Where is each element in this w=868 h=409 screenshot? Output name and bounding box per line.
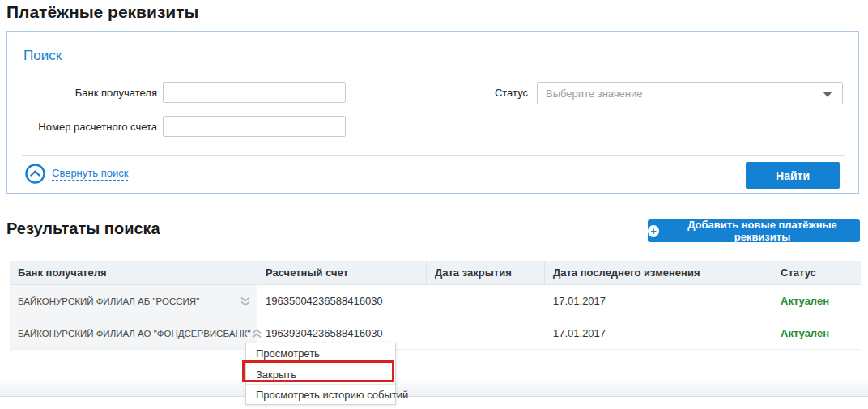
status-select-placeholder: Выберите значение [546,87,642,100]
change-date-cell: 17.01.2017 [545,317,772,349]
menu-item-close[interactable]: Закрыть [246,364,395,384]
close-date-cell [427,285,545,317]
close-date-cell [427,317,545,349]
results-table: Банк получателя Расчетный счет Дата закр… [10,261,861,350]
account-number-input[interactable] [163,116,346,137]
bank-field-label: Банк получателя [7,87,157,99]
table-footer-strip [0,377,868,397]
header-change-date: Дата последнего изменения [545,261,772,284]
table-header-row: Банк получателя Расчетный счет Дата закр… [10,261,861,285]
results-title: Результаты поиска [6,219,160,238]
bank-name: БАЙКОНУРСКИЙ ФИЛИАЛ АО "ФОНДСЕРВИСБАНК" [18,329,250,339]
menu-item-history[interactable]: Просмотреть историю событий [246,384,395,404]
chevron-down-icon [823,92,832,97]
bank-cell: БАЙКОНУРСКИЙ ФИЛИАЛ АБ "РОССИЯ" [10,285,257,317]
bank-name: БАЙКОНУРСКИЙ ФИЛИАЛ АБ "РОССИЯ" [18,296,199,306]
collapse-search-link[interactable]: Свернуть поиск [25,164,128,184]
change-date-cell: 17.01.2017 [545,285,772,317]
status-badge: Актуален [772,285,861,317]
table-row: БАЙКОНУРСКИЙ ФИЛИАЛ АБ "РОССИЯ" 19635004… [10,285,861,317]
table-row: БАЙКОНУРСКИЙ ФИЛИАЛ АО "ФОНДСЕРВИСБАНК" … [10,317,861,350]
bank-cell: БАЙКОНУРСКИЙ ФИЛИАЛ АО "ФОНДСЕРВИСБАНК" [10,317,257,349]
status-field-label: Статус [451,87,528,99]
double-chevron-down-icon [239,295,252,308]
collapse-search-label: Свернуть поиск [52,167,128,181]
account-field-label: Номер расчетного счета [7,121,157,133]
payment-details-page: Платёжные реквизиты Поиск Банк получател… [0,0,868,409]
find-button[interactable]: Найти [746,162,840,189]
panel-separator [22,155,845,156]
page-title: Платёжные реквизиты [6,2,199,22]
add-payment-details-button[interactable]: + Добавить новые платёжные реквизиты [648,219,860,242]
header-account: Расчетный счет [257,261,427,284]
status-badge: Актуален [772,317,861,349]
row-context-menu: Просмотреть Закрыть Просмотреть историю … [245,343,396,405]
plus-circle-icon: + [648,225,659,237]
header-bank: Банк получателя [10,261,257,284]
expand-row-button[interactable] [239,295,252,308]
add-payment-details-label: Добавить новые платёжные реквизиты [665,219,860,243]
chevron-up-circle-icon [25,164,45,184]
search-panel: Поиск Банк получателя Номер расчетного с… [6,31,859,194]
menu-item-view[interactable]: Просмотреть [246,343,395,364]
bank-input[interactable] [163,82,346,103]
status-select[interactable]: Выберите значение [537,82,843,104]
header-close-date: Дата закрытия [427,261,545,284]
header-status: Статус [772,261,861,284]
search-panel-title: Поиск [23,48,62,64]
account-cell: 19635004236588416030 [257,285,427,317]
